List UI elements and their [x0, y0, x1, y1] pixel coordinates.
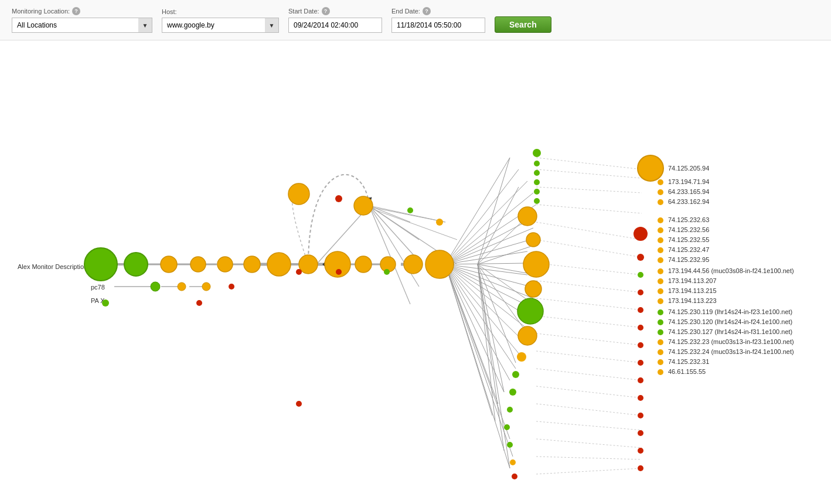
dest-red-7	[638, 377, 643, 383]
dest-ip-16: 74.125.230.127 (lhr14s24-in-f31.1e100.ne…	[668, 328, 792, 335]
search-button[interactable]: Search	[495, 16, 551, 33]
svg-line-70	[536, 439, 642, 448]
svg-line-56	[536, 187, 642, 193]
spike-mid-2[interactable]	[525, 281, 541, 297]
start-date-input[interactable]	[288, 18, 382, 33]
dest-ip-5: 74.125.232.63	[668, 216, 709, 223]
end-date-help-icon[interactable]: ?	[423, 7, 431, 15]
legend-dot-12	[658, 288, 663, 294]
spike-sm-red	[512, 474, 517, 479]
dest-node-large[interactable]	[638, 155, 663, 181]
dest-ip-17: 74.125.232.23 (muc03s13-in-f23.1e100.net…	[668, 338, 794, 345]
hop-node-6[interactable]	[299, 255, 318, 274]
host-select[interactable]: www.google.by	[162, 18, 279, 33]
dest-ip-4: 64.233.162.94	[668, 198, 709, 205]
monitoring-location-select-wrapper: All Locations ▼	[12, 18, 152, 33]
legend-dot-15	[658, 319, 663, 325]
host-label: Host:	[162, 8, 279, 15]
legend-dot-8	[658, 247, 663, 253]
source-node-alex-2[interactable]	[124, 253, 148, 276]
monitoring-location-select[interactable]: All Locations	[12, 18, 152, 33]
monitoring-location-group: Monitoring Location: ? All Locations ▼	[12, 7, 152, 33]
legend-dot-6	[658, 227, 663, 233]
spike-green-3	[534, 179, 540, 185]
pax-red-dot	[196, 300, 202, 306]
dest-red-2	[638, 290, 643, 295]
pc78-red-dot	[229, 284, 234, 290]
svg-line-19	[445, 193, 533, 264]
dest-ip-19: 74.125.232.31	[668, 358, 709, 365]
legend-dot-19	[658, 359, 663, 365]
monitoring-location-help-icon[interactable]: ?	[72, 7, 80, 15]
dest-ip-9: 74.125.232.95	[668, 256, 709, 263]
host-group: Host: www.google.by ▼	[162, 8, 279, 33]
start-date-help-icon[interactable]: ?	[322, 7, 330, 15]
pc78-node-2[interactable]	[178, 282, 186, 291]
svg-line-59	[536, 240, 642, 257]
main-red-dot-1	[296, 269, 302, 275]
hop-node-5-large[interactable]	[267, 253, 291, 276]
dest-green-1	[638, 272, 643, 278]
spike-sm-5	[504, 424, 510, 430]
dest-ip-20: 46.61.155.55	[668, 368, 706, 375]
host-label-text: Host:	[162, 8, 177, 15]
dest-ip-13: 173.194.113.223	[668, 297, 717, 304]
svg-line-66	[536, 369, 642, 380]
spike-green-5	[534, 198, 540, 204]
svg-line-62	[536, 298, 642, 310]
svg-line-41	[445, 264, 510, 468]
pax-node[interactable]	[102, 299, 109, 307]
spike-sm-1	[517, 352, 526, 362]
hop-node-8[interactable]	[355, 256, 372, 273]
yellow-dot-1	[436, 219, 443, 226]
spike-big-1[interactable]	[518, 207, 537, 226]
hop-node-4[interactable]	[244, 256, 260, 273]
pc78-node-1[interactable]	[151, 282, 160, 291]
hop-node-2[interactable]	[190, 257, 206, 272]
legend-dot-1	[658, 179, 663, 185]
legend-dot-2	[658, 189, 663, 195]
dest-ip-3: 64.233.165.94	[668, 188, 709, 195]
svg-line-71	[536, 457, 642, 459]
dest-red-4	[638, 325, 643, 331]
svg-line-25	[445, 263, 527, 264]
start-date-label: Start Date: ?	[288, 7, 382, 15]
network-graph-svg: Alex Monitor Description pc78 PA X	[0, 40, 831, 486]
hop-node-1[interactable]	[161, 256, 177, 273]
spike-green-big[interactable]	[517, 298, 543, 324]
svg-line-68	[536, 404, 642, 416]
spike-mid-3[interactable]	[518, 326, 537, 345]
svg-line-63	[536, 316, 642, 328]
svg-line-57	[536, 205, 642, 213]
legend-dot-10	[658, 268, 663, 274]
legend-dot-11	[658, 278, 663, 284]
alex-monitor-label: Alex Monitor Description	[18, 263, 87, 270]
hop-node-3[interactable]	[217, 257, 233, 272]
dest-red-1	[637, 254, 644, 261]
dest-red-large[interactable]	[634, 227, 648, 241]
dest-red-9	[638, 413, 643, 418]
spike-sm-4	[507, 407, 513, 413]
dest-ip-18: 74.125.232.24 (muc03s13-in-f24.1e100.net…	[668, 348, 794, 355]
spike-big-2[interactable]	[523, 251, 549, 277]
dest-ip-12: 173.194.113.215	[668, 287, 717, 294]
spike-node-top[interactable]	[533, 149, 541, 157]
upper-node-2[interactable]	[354, 196, 373, 215]
dest-red-6	[638, 360, 643, 366]
source-node-alex-large[interactable]	[84, 248, 117, 281]
upper-node-1[interactable]	[288, 183, 309, 205]
svg-line-64	[536, 333, 642, 345]
spike-green-4	[534, 189, 540, 195]
svg-line-69	[536, 421, 642, 430]
spike-mid-1[interactable]	[526, 233, 540, 247]
hop-node-10[interactable]	[404, 255, 423, 274]
pc78-node-3[interactable]	[202, 282, 210, 291]
end-date-input[interactable]	[391, 18, 485, 33]
dest-ip-1: 74.125.205.94	[668, 165, 709, 172]
hop-node-11-large[interactable]	[425, 250, 454, 278]
svg-line-65	[536, 351, 642, 363]
legend-dot-17	[658, 339, 663, 345]
end-date-label: End Date: ?	[391, 7, 485, 15]
svg-line-50	[478, 264, 504, 392]
svg-line-55	[536, 169, 642, 178]
